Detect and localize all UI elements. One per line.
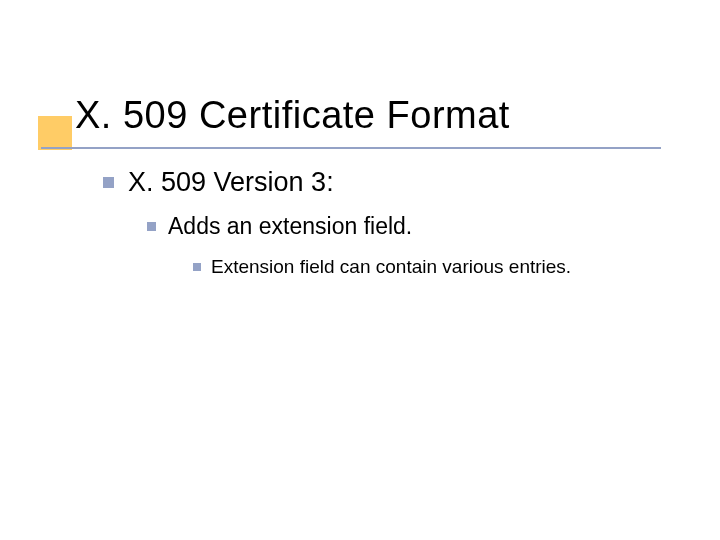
bullet-level-1: X. 509 Version 3: — [103, 167, 334, 198]
slide: X. 509 Certificate Format X. 509 Version… — [0, 0, 720, 540]
bullet-level-2-text: Adds an extension field. — [168, 213, 412, 240]
bullet-level-3: Extension field can contain various entr… — [193, 256, 571, 278]
square-bullet-icon — [193, 263, 201, 271]
bullet-level-2: Adds an extension field. — [147, 213, 412, 240]
title-underline — [41, 147, 661, 149]
bullet-level-3-text: Extension field can contain various entr… — [211, 256, 571, 278]
bullet-level-1-text: X. 509 Version 3: — [128, 167, 334, 198]
square-bullet-icon — [147, 222, 156, 231]
slide-title: X. 509 Certificate Format — [75, 94, 510, 137]
title-accent-block — [38, 116, 72, 150]
square-bullet-icon — [103, 177, 114, 188]
